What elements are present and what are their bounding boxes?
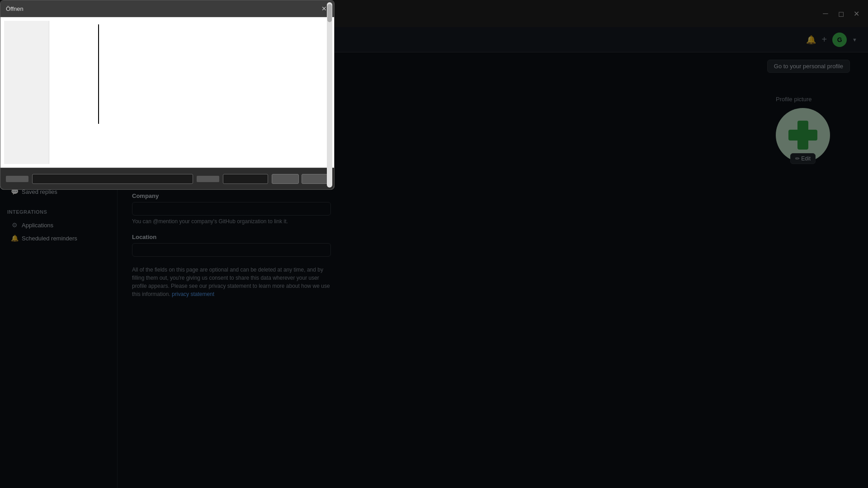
file-dialog-overlay: Öffnen ✕ (0, 0, 868, 488)
dialog-cancel-button[interactable] (302, 174, 329, 184)
dialog-titlebar: Öffnen ✕ (0, 0, 334, 17)
dialog-scroll-thumb[interactable] (327, 4, 332, 22)
dialog-body (0, 17, 334, 189)
dialog-scrollbar[interactable] (327, 2, 332, 188)
dialog-toolbar (0, 168, 334, 189)
dialog-filename-input[interactable] (32, 174, 193, 184)
file-open-dialog: Öffnen ✕ (0, 0, 335, 190)
dialog-sidebar-panel (4, 21, 49, 164)
dialog-filetype-label (197, 176, 219, 182)
dialog-toolbar-label (6, 176, 28, 182)
dialog-cursor-line (98, 24, 99, 124)
dialog-title-text: Öffnen (6, 5, 320, 12)
dialog-open-button[interactable] (272, 174, 299, 184)
dialog-content-area (0, 17, 334, 168)
dialog-file-area[interactable] (49, 21, 330, 164)
dialog-action-buttons (272, 174, 329, 184)
dialog-filetype-input[interactable] (223, 174, 268, 184)
